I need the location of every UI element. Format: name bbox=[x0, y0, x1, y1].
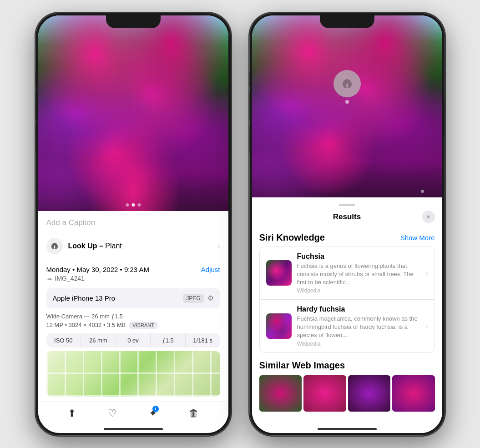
fuchsia-desc: Fuchsia is a genus of flowering plants t… bbox=[297, 262, 420, 287]
photo-page-indicator bbox=[126, 203, 141, 206]
date-text: Monday • May 30, 2022 • 9:23 AM bbox=[46, 266, 149, 273]
device-row: Apple iPhone 13 Pro JPEG ⚙ bbox=[46, 288, 220, 308]
siri-dot bbox=[345, 100, 349, 104]
knowledge-card: Fuchsia Fuchsia is a genus of flowering … bbox=[259, 247, 435, 353]
fuchsia-source: Wikipedia bbox=[297, 287, 420, 294]
knowledge-item-fuchsia[interactable]: Fuchsia Fuchsia is a genus of flowering … bbox=[260, 247, 435, 300]
caption-field[interactable]: Add a Caption bbox=[46, 211, 220, 233]
device-badges: JPEG ⚙ bbox=[183, 294, 213, 303]
volume-down-button-r[interactable] bbox=[249, 126, 250, 153]
leaf-icon bbox=[50, 242, 59, 251]
share-button[interactable]: ⬆ bbox=[68, 408, 76, 419]
exposure-cell: 0 ev bbox=[116, 333, 151, 347]
siri-visual-icon bbox=[333, 70, 361, 97]
similar-img-2[interactable] bbox=[303, 375, 346, 412]
similar-img-4[interactable] bbox=[392, 375, 435, 412]
camera-specs-line: 12 MP • 3024 × 4032 • 3.5 MB VIBRANT bbox=[46, 322, 220, 329]
sheet-handle bbox=[339, 204, 355, 206]
photo-display-right bbox=[252, 15, 442, 197]
look-up-icon bbox=[46, 238, 63, 254]
left-phone: Add a Caption Look Up – Plant › Monday • bbox=[35, 13, 231, 436]
location-row: ☁ IMG_4241 bbox=[46, 275, 149, 282]
photo-toolbar: ⬆ ♡ ✦ i 🗑 bbox=[38, 402, 228, 423]
similar-img-3[interactable] bbox=[348, 375, 391, 412]
hardy-desc: Fuchsia magellanica, commonly known as t… bbox=[297, 315, 420, 340]
focal-cell: 26 mm bbox=[81, 333, 116, 347]
results-header: Results × bbox=[252, 212, 442, 227]
favorite-button[interactable]: ♡ bbox=[108, 408, 117, 419]
hardy-info: Hardy fuchsia Fuchsia magellanica, commo… bbox=[297, 305, 420, 347]
megapixels-text: 12 MP • 3024 × 4032 • 3.5 MB bbox=[46, 322, 126, 328]
filename-text: IMG_4241 bbox=[55, 275, 85, 282]
vibrant-badge: VIBRANT bbox=[129, 322, 157, 329]
fuchsia-info: Fuchsia Fuchsia is a genus of flowering … bbox=[297, 252, 420, 294]
home-indicator-right[interactable] bbox=[318, 428, 377, 430]
info-button-container[interactable]: ✦ i bbox=[149, 408, 157, 419]
volume-down-button[interactable] bbox=[35, 126, 36, 153]
hardy-source: Wikipedia bbox=[297, 341, 420, 347]
dot-1 bbox=[126, 203, 129, 206]
power-button-r[interactable] bbox=[445, 99, 445, 136]
results-title: Results bbox=[333, 212, 361, 221]
cloud-icon: ☁ bbox=[46, 275, 52, 282]
left-phone-screen: Add a Caption Look Up – Plant › Monday • bbox=[38, 15, 228, 433]
map-roads-overlay bbox=[46, 351, 220, 397]
look-up-chevron-icon: › bbox=[217, 242, 220, 250]
look-up-label: Look Up – Plant bbox=[68, 242, 122, 250]
jpeg-badge: JPEG bbox=[183, 294, 203, 303]
photo-display bbox=[38, 15, 228, 211]
camera-type-text: Wide Camera — 26 mm ƒ1.5 bbox=[46, 313, 220, 320]
look-up-row[interactable]: Look Up – Plant › bbox=[46, 233, 220, 259]
date-row: Monday • May 30, 2022 • 9:23 AM ☁ IMG_42… bbox=[46, 259, 220, 284]
volume-up-button-r[interactable] bbox=[249, 92, 250, 120]
home-indicator[interactable] bbox=[104, 428, 163, 430]
aperture-cell: ƒ1.5 bbox=[151, 333, 186, 347]
similar-section: Similar Web Images bbox=[259, 360, 435, 412]
info-badge: i bbox=[152, 406, 159, 412]
flower-image bbox=[38, 15, 228, 211]
dot-2 bbox=[131, 203, 135, 206]
hardy-thumbnail bbox=[266, 313, 292, 339]
results-sheet: Results × Siri Knowledge Show More bbox=[252, 197, 442, 433]
volume-up-button[interactable] bbox=[35, 92, 36, 120]
fuchsia-chevron-icon: › bbox=[426, 269, 428, 277]
photo-info-area: Add a Caption Look Up – Plant › Monday • bbox=[38, 211, 228, 397]
dot-3 bbox=[137, 203, 141, 206]
right-phone: Results × Siri Knowledge Show More bbox=[249, 13, 445, 436]
close-button[interactable]: × bbox=[422, 211, 435, 223]
iso-cell: ISO 50 bbox=[46, 333, 81, 347]
show-more-button[interactable]: Show More bbox=[400, 234, 435, 242]
map-preview[interactable] bbox=[46, 351, 220, 397]
shutter-cell: 1/181 s bbox=[186, 333, 220, 347]
right-phone-screen: Results × Siri Knowledge Show More bbox=[252, 15, 442, 433]
fuchsia-thumbnail bbox=[266, 260, 292, 286]
adjust-button[interactable]: Adjust bbox=[201, 266, 220, 273]
fuchsia-name: Fuchsia bbox=[297, 252, 420, 261]
photo-dot-right bbox=[421, 190, 424, 193]
hardy-name: Hardy fuchsia bbox=[297, 305, 420, 313]
camera-details: Wide Camera — 26 mm ƒ1.5 12 MP • 3024 × … bbox=[46, 311, 220, 331]
leaf-siri-icon bbox=[340, 77, 354, 91]
mute-button[interactable] bbox=[35, 72, 36, 86]
results-content: Siri Knowledge Show More Fuchsia bbox=[252, 227, 442, 412]
device-name-text: Apple iPhone 13 Pro bbox=[53, 294, 116, 302]
power-button[interactable] bbox=[231, 99, 231, 136]
hardy-thumb-img bbox=[266, 313, 292, 339]
hardy-chevron-icon: › bbox=[426, 322, 428, 330]
similar-title: Similar Web Images bbox=[259, 360, 435, 371]
similar-img-1[interactable] bbox=[259, 375, 302, 412]
delete-button[interactable]: 🗑 bbox=[189, 408, 199, 419]
knowledge-item-hardy[interactable]: Hardy fuchsia Fuchsia magellanica, commo… bbox=[260, 299, 435, 352]
siri-knowledge-section-header: Siri Knowledge Show More bbox=[259, 232, 435, 243]
exif-row: ISO 50 26 mm 0 ev ƒ1.5 1/181 s bbox=[46, 333, 220, 347]
camera-settings-icon: ⚙ bbox=[207, 294, 214, 302]
fuchsia-thumb-img bbox=[266, 260, 292, 286]
mute-button-r[interactable] bbox=[249, 72, 250, 86]
flower-image-right bbox=[252, 15, 442, 197]
right-screen-content: Results × Siri Knowledge Show More bbox=[252, 15, 442, 433]
siri-knowledge-title: Siri Knowledge bbox=[259, 232, 325, 243]
app-container: Add a Caption Look Up – Plant › Monday • bbox=[26, 4, 454, 445]
similar-images-grid bbox=[259, 375, 435, 412]
